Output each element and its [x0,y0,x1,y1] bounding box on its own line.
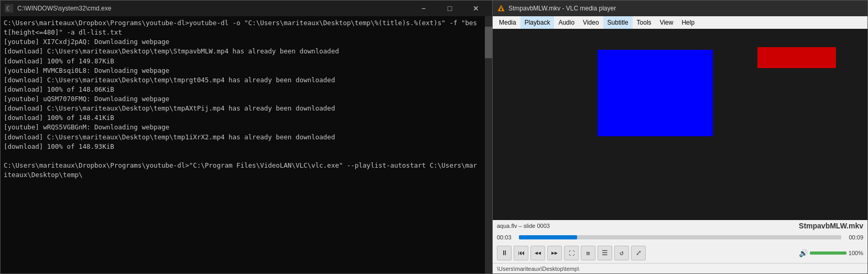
vlc-statusbar: \Users\mariteaux\Desktop\temp\ [493,263,867,273]
cmd-icon: C [5,4,13,13]
cmd-scroll-thumb[interactable] [485,27,492,58]
vlc-random-button[interactable]: ⤢ [631,246,646,260]
vlc-menu-item-tools[interactable]: Tools [633,16,656,29]
cmd-content: C:\Users\mariteaux\Dropbox\Programs\yout… [1,16,492,273]
vlc-status-text: \Users\mariteaux\Desktop\temp\ [497,266,579,272]
vlc-fullscreen-button[interactable]: ⛶ [564,246,579,260]
vlc-menu-item-media[interactable]: Media [495,16,520,29]
vlc-next-frame-button[interactable]: ▶▶ [547,246,562,260]
vlc-progress-track[interactable] [519,235,841,239]
vlc-minimize-button[interactable] [791,1,815,16]
cmd-window: C C:\WINDOWS\system32\cmd.exe − □ ✕ C:\U… [0,0,493,274]
video-red-rect [757,47,836,68]
cmd-titlebar: C C:\WINDOWS\system32\cmd.exe − □ ✕ [1,1,492,16]
vlc-track-info: aqua.flv – slide 0003 [497,223,550,229]
vlc-menu-item-playback[interactable]: Playback [520,16,555,29]
vlc-filename: StmpavbMLW.mkv [799,222,863,230]
cmd-output: C:\Users\mariteaux\Dropbox\Programs\yout… [4,18,489,180]
vlc-window-controls [791,1,863,16]
vlc-infobar: aqua.flv – slide 0003 StmpavbMLW.mkv [493,220,867,232]
vlc-volume-fill [810,251,847,255]
vlc-total-time: 00:09 [844,234,863,240]
vlc-video-area [493,29,867,220]
vlc-logo-icon [497,4,505,13]
vlc-menu-item-view[interactable]: View [656,16,678,29]
vlc-menu-item-audio[interactable]: Audio [554,16,579,29]
vlc-menubar: MediaPlaybackAudioVideoSubtitleToolsView… [493,16,867,29]
vlc-menu-item-subtitle[interactable]: Subtitle [603,16,633,29]
vlc-prev-frame-button[interactable]: ◀◀ [530,246,545,260]
vlc-menu-item-help[interactable]: Help [677,16,699,29]
vlc-window: StmpavbMLW.mkv - VLC media player MediaP… [493,0,868,274]
vlc-maximize-button[interactable] [815,1,839,16]
vlc-menu-item-video[interactable]: Video [579,16,603,29]
vlc-pause-button[interactable]: ⏸ [497,246,512,260]
vlc-current-time: 00:03 [497,234,516,240]
cmd-maximize-button[interactable]: □ [438,1,462,16]
vlc-playlist-button[interactable]: ☰ [598,246,612,260]
vlc-volume-track[interactable] [810,251,847,255]
vlc-close-button[interactable] [839,1,863,16]
video-display [493,29,867,220]
svg-rect-3 [500,8,502,10]
cmd-minimize-button[interactable]: − [411,1,436,16]
vlc-volume-label: 100% [849,250,863,256]
cmd-close-button[interactable]: ✕ [464,1,488,16]
vlc-progress-area: 00:03 00:09 [493,232,867,243]
cmd-title: C:\WINDOWS\system32\cmd.exe [17,5,407,12]
vlc-volume-area: 🔊 100% [799,249,863,258]
video-blue-rect [598,50,713,136]
vlc-extended-button[interactable]: ⊞ [581,246,595,260]
vlc-progress-fill [519,235,577,239]
vlc-volume-icon: 🔊 [799,249,808,258]
svg-text:C: C [6,6,9,12]
vlc-loop-button[interactable]: ↺ [614,246,629,260]
svg-rect-4 [501,7,502,8]
vlc-title: StmpavbMLW.mkv - VLC media player [508,5,788,12]
vlc-prev-button[interactable]: ⏮ [514,246,528,260]
cmd-window-controls: − □ ✕ [411,1,488,16]
vlc-titlebar: StmpavbMLW.mkv - VLC media player [493,1,867,16]
vlc-controls-bar: ⏸ ⏮ ◀◀ ▶▶ ⛶ ⊞ ☰ ↺ ⤢ 🔊 100% [493,243,867,263]
cmd-scrollbar[interactable] [485,16,492,273]
